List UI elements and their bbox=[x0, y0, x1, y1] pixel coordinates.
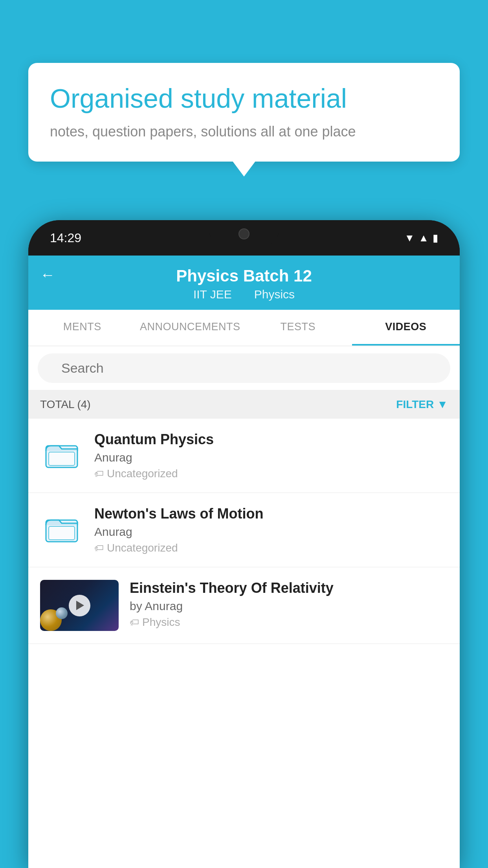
tab-tests[interactable]: TESTS bbox=[244, 310, 352, 346]
tab-ments[interactable]: MENTS bbox=[28, 310, 136, 346]
video-author: by Anurag bbox=[130, 600, 448, 613]
tag-icon: 🏷 bbox=[94, 468, 104, 479]
list-item[interactable]: Einstein's Theory Of Relativity by Anura… bbox=[28, 567, 460, 644]
video-author: Anurag bbox=[94, 451, 448, 464]
subtitle-separator bbox=[241, 288, 248, 301]
filter-button[interactable]: FILTER ▼ bbox=[396, 398, 448, 411]
search-input[interactable] bbox=[38, 353, 450, 383]
video-tag: 🏷 Uncategorized bbox=[94, 542, 448, 554]
play-icon bbox=[76, 601, 84, 610]
phone-frame: 14:29 ▼ ▲ ▮ ← Physics Batch 12 IIT JEE P… bbox=[28, 220, 460, 868]
folder-icon bbox=[44, 511, 79, 543]
play-button[interactable] bbox=[69, 595, 90, 616]
phone-camera bbox=[238, 228, 250, 239]
svg-rect-1 bbox=[49, 452, 75, 465]
planet-decoration-small bbox=[56, 607, 68, 619]
video-author: Anurag bbox=[94, 525, 448, 539]
total-count: TOTAL (4) bbox=[40, 398, 91, 411]
battery-icon: ▮ bbox=[433, 232, 438, 244]
tab-videos[interactable]: VIDEOS bbox=[352, 310, 460, 346]
speech-bubble-subtitle: notes, question papers, solutions all at… bbox=[50, 123, 438, 140]
phone-status-bar: 14:29 ▼ ▲ ▮ bbox=[28, 220, 460, 256]
search-bar: 🔍 bbox=[28, 346, 460, 390]
filter-icon: ▼ bbox=[437, 398, 448, 411]
svg-rect-3 bbox=[49, 526, 75, 540]
phone-status-icons: ▼ ▲ ▮ bbox=[405, 232, 438, 244]
list-item[interactable]: Newton's Laws of Motion Anurag 🏷 Uncateg… bbox=[28, 493, 460, 567]
wifi-icon: ▼ bbox=[405, 232, 415, 244]
video-title: Einstein's Theory Of Relativity bbox=[130, 580, 448, 596]
speech-bubble: Organised study material notes, question… bbox=[28, 63, 460, 162]
back-button[interactable]: ← bbox=[40, 267, 55, 283]
video-tag: 🏷 Physics bbox=[130, 616, 448, 629]
subtitle-iitjee: IIT JEE bbox=[193, 288, 232, 301]
video-info: Einstein's Theory Of Relativity by Anura… bbox=[130, 580, 448, 629]
speech-bubble-title: Organised study material bbox=[50, 83, 438, 115]
app-header: ← Physics Batch 12 IIT JEE Physics bbox=[28, 256, 460, 310]
video-tag: 🏷 Uncategorized bbox=[94, 467, 448, 480]
video-list: Quantum Physics Anurag 🏷 Uncategorized bbox=[28, 419, 460, 644]
phone-screen: ← Physics Batch 12 IIT JEE Physics MENTS… bbox=[28, 256, 460, 868]
phone-time: 14:29 bbox=[50, 231, 81, 245]
folder-icon bbox=[44, 437, 79, 469]
search-wrapper: 🔍 bbox=[38, 353, 450, 383]
tab-announcements[interactable]: ANNOUNCEMENTS bbox=[136, 310, 244, 346]
video-title: Newton's Laws of Motion bbox=[94, 506, 448, 522]
list-item[interactable]: Quantum Physics Anurag 🏷 Uncategorized bbox=[28, 419, 460, 493]
subtitle-physics: Physics bbox=[254, 288, 295, 301]
batch-title: Physics Batch 12 bbox=[176, 267, 312, 285]
video-info: Newton's Laws of Motion Anurag 🏷 Uncateg… bbox=[94, 506, 448, 554]
folder-thumbnail bbox=[40, 431, 83, 474]
filter-bar: TOTAL (4) FILTER ▼ bbox=[28, 390, 460, 419]
phone-notch bbox=[209, 220, 279, 248]
video-thumbnail bbox=[40, 580, 119, 631]
folder-thumbnail bbox=[40, 506, 83, 549]
video-title: Quantum Physics bbox=[94, 431, 448, 448]
tag-icon: 🏷 bbox=[94, 542, 104, 554]
signal-icon: ▲ bbox=[418, 232, 429, 244]
video-info: Quantum Physics Anurag 🏷 Uncategorized bbox=[94, 431, 448, 480]
tab-bar: MENTS ANNOUNCEMENTS TESTS VIDEOS bbox=[28, 310, 460, 346]
tag-icon: 🏷 bbox=[130, 617, 139, 628]
batch-subtitle: IIT JEE Physics bbox=[190, 288, 298, 301]
